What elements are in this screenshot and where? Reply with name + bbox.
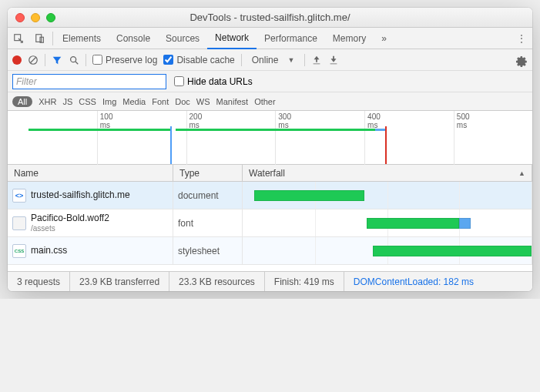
type-js[interactable]: JS [62,97,72,106]
filter-bar: Hide data URLs [8,71,532,92]
tab-performance[interactable]: Performance [257,28,325,49]
preserve-log-label: Preserve log [106,55,157,65]
tab-memory[interactable]: Memory [325,28,374,49]
svg-rect-1 [36,34,42,42]
tab-network[interactable]: Network [207,28,257,49]
tab-sources[interactable]: Sources [158,28,207,49]
table-header: Name Type Waterfall▲ [8,165,532,182]
load-marker [385,126,387,164]
panel-tabs: Elements Console Sources Network Perform… [8,28,532,49]
devtools-window: DevTools - trusted-sailfish.glitch.me/ E… [8,8,532,291]
traffic-lights [8,13,55,22]
overview-timeline[interactable]: 100 ms 200 ms 300 ms 400 ms 500 ms [8,111,532,165]
kebab-menu-icon[interactable]: ⋮ [511,33,532,44]
type-media[interactable]: Media [122,97,146,106]
throttling-select[interactable]: Online ▼ [248,53,299,67]
sort-indicator-icon: ▲ [518,169,525,177]
tab-console[interactable]: Console [109,28,158,49]
hide-data-urls-label: Hide data URLs [187,76,253,87]
tabs-more[interactable]: » [374,28,394,49]
filter-icon[interactable] [52,55,62,65]
status-dcl: DOMContentLoaded: 182 ms [344,272,483,291]
close-window-button[interactable] [15,13,25,22]
request-type: stylesheet [173,237,243,264]
status-requests: 3 requests [8,272,70,291]
status-transferred: 23.9 KB transferred [70,272,169,291]
type-all[interactable]: All [12,96,32,107]
type-other[interactable]: Other [254,97,276,106]
network-toolbar: Preserve log Disable cache Online ▼ [8,49,532,71]
type-img[interactable]: Img [102,97,116,106]
clear-icon[interactable] [28,55,39,65]
col-name[interactable]: Name [8,165,173,181]
request-name: Pacifico-Bold.woff2 [31,213,109,223]
waterfall-cell [243,182,532,209]
status-resources: 23.3 KB resources [169,272,265,291]
css-icon: CSS [12,244,26,258]
download-har-icon[interactable] [328,55,339,65]
col-waterfall[interactable]: Waterfall▲ [243,165,532,181]
waterfall-cell [243,209,532,236]
resource-type-filters: All XHR JS CSS Img Media Font Doc WS Man… [8,92,532,111]
dcl-marker [170,126,172,164]
col-type[interactable]: Type [173,165,243,181]
request-type: document [173,182,243,209]
hide-data-urls-checkbox[interactable]: Hide data URLs [174,76,253,87]
file-icon [12,216,26,230]
type-doc[interactable]: Doc [175,97,190,106]
request-name: trusted-sailfish.glitch.me [31,189,130,200]
filter-input[interactable] [12,74,166,89]
table-row[interactable]: CSS main.css stylesheet [8,237,532,265]
search-icon[interactable] [69,55,79,65]
minimize-window-button[interactable] [31,13,40,22]
status-finish: Finish: 419 ms [265,272,344,291]
device-toggle-icon[interactable] [29,33,51,44]
type-ws[interactable]: WS [196,97,210,106]
tab-elements[interactable]: Elements [55,28,109,49]
request-type: font [173,209,243,236]
disable-cache-label: Disable cache [176,55,234,65]
svg-point-4 [71,56,76,62]
throttling-label: Online [252,55,279,65]
window-title: DevTools - trusted-sailfish.glitch.me/ [8,12,532,23]
table-row[interactable]: <> trusted-sailfish.glitch.me document [8,182,532,209]
request-path: /assets [31,224,109,233]
maximize-window-button[interactable] [46,13,55,22]
type-xhr[interactable]: XHR [39,97,56,106]
type-manifest[interactable]: Manifest [216,97,249,106]
inspect-icon[interactable] [8,33,29,44]
disable-cache-checkbox[interactable]: Disable cache [163,55,234,65]
upload-har-icon[interactable] [311,55,322,65]
settings-icon[interactable] [514,53,528,67]
request-name: main.css [31,245,67,256]
waterfall-cell [243,237,532,264]
type-css[interactable]: CSS [79,97,96,106]
record-button[interactable] [12,55,22,65]
preserve-log-checkbox[interactable]: Preserve log [92,55,157,65]
chevron-down-icon: ▼ [287,56,294,64]
document-icon: <> [12,189,26,203]
table-row[interactable]: Pacifico-Bold.woff2/assets font [8,209,532,237]
titlebar: DevTools - trusted-sailfish.glitch.me/ [8,8,532,28]
type-font[interactable]: Font [152,97,169,106]
status-bar: 3 requests 23.9 KB transferred 23.3 KB r… [8,271,532,291]
